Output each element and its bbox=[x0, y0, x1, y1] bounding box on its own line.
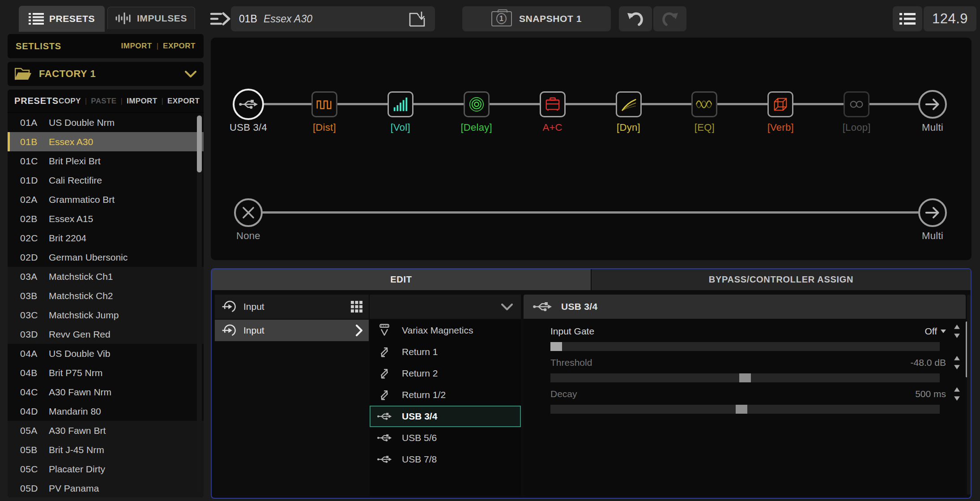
model-option-return-1[interactable]: Return 1 bbox=[370, 341, 521, 363]
model-option-usb-3-4[interactable]: USB 3/4 bbox=[370, 406, 521, 427]
setlist-selector[interactable]: FACTORY 1 bbox=[8, 62, 204, 86]
model-option-label: Variax Magnetics bbox=[402, 325, 473, 336]
arrow-right-icon bbox=[918, 198, 947, 227]
model-option-usb-7-8[interactable]: USB 7/8 bbox=[370, 449, 521, 470]
preset-row-05B[interactable]: 05BBrit J-45 Nrm bbox=[8, 440, 204, 459]
chain1-block-loop[interactable]: [Loop] bbox=[818, 87, 895, 133]
param-value[interactable]: 500 ms bbox=[915, 389, 946, 399]
preset-row-03C[interactable]: 03CMatchstick Jump bbox=[8, 305, 204, 325]
preset-name: Matchstick Ch1 bbox=[49, 271, 113, 282]
param-slider-track[interactable] bbox=[550, 342, 940, 351]
chain1-output-multi[interactable]: Multi bbox=[895, 87, 971, 133]
param-value[interactable]: Off bbox=[925, 326, 946, 337]
copy-button[interactable]: COPY bbox=[59, 97, 81, 106]
chain1-block-dist[interactable]: [Dist] bbox=[286, 87, 362, 133]
preset-name-field[interactable]: 01B Essex A30 bbox=[231, 6, 435, 31]
redo-button[interactable] bbox=[653, 6, 686, 31]
preset-row-03B[interactable]: 03BMatchstick Ch2 bbox=[8, 286, 204, 305]
export-button[interactable]: EXPORT bbox=[167, 97, 200, 106]
setlist-view-button[interactable] bbox=[893, 6, 922, 31]
preset-row-05C[interactable]: 05CPlacater Dirty bbox=[8, 459, 204, 479]
save-preset-icon[interactable] bbox=[409, 11, 427, 27]
snapshot-button[interactable]: 1 SNAPSHOT 1 bbox=[462, 6, 611, 31]
model-dropdown-header[interactable] bbox=[370, 295, 521, 319]
param-slider-handle[interactable] bbox=[736, 405, 747, 414]
presets-title: PRESETS bbox=[14, 96, 59, 106]
chain1-block-eq[interactable]: [EQ] bbox=[666, 87, 742, 133]
menu-arrow-icon[interactable] bbox=[209, 10, 232, 28]
chain1-block-verb[interactable]: [Verb] bbox=[742, 87, 818, 133]
model-option-usb-5-6[interactable]: USB 5/6 bbox=[370, 427, 521, 449]
edit-panel-tabs: EDIT BYPASS/CONTROLLER ASSIGN bbox=[212, 269, 971, 290]
preset-id: 04D bbox=[20, 406, 49, 417]
model-option-return-2[interactable]: Return 2 bbox=[370, 363, 521, 384]
stepper-arrows-icon[interactable] bbox=[954, 324, 960, 338]
preset-name: Mandarin 80 bbox=[49, 406, 101, 417]
preset-name: Matchstick Ch2 bbox=[49, 291, 113, 301]
block-list-header: Input bbox=[215, 295, 369, 319]
stepper-arrows-icon[interactable] bbox=[954, 355, 960, 370]
preset-row-04A[interactable]: 04AUS Double Vib bbox=[8, 344, 204, 363]
preset-row-01B[interactable]: 01BEssex A30 bbox=[8, 132, 204, 151]
chain2-input-none[interactable]: None bbox=[210, 196, 286, 242]
preset-row-02B[interactable]: 02BEssex A15 bbox=[8, 209, 204, 228]
parameters-scrollbar-track[interactable] bbox=[967, 295, 971, 495]
param-slider-handle[interactable] bbox=[739, 373, 751, 382]
chain2-output-multi[interactable]: Multi bbox=[895, 196, 971, 242]
preset-id: 03A bbox=[20, 271, 49, 282]
setlists-import-button[interactable]: IMPORT bbox=[121, 42, 152, 51]
param-value[interactable]: -48.0 dB bbox=[911, 357, 946, 368]
preset-id: 03B bbox=[20, 291, 49, 301]
undo-icon bbox=[626, 10, 644, 27]
preset-row-02D[interactable]: 02DGerman Ubersonic bbox=[8, 248, 204, 267]
divider: | bbox=[162, 97, 163, 106]
tab-edit[interactable]: EDIT bbox=[212, 269, 591, 290]
tab-bypass-controller-assign[interactable]: BYPASS/CONTROLLER ASSIGN bbox=[591, 269, 971, 290]
param-slider-handle[interactable] bbox=[550, 342, 562, 351]
tempo-display[interactable]: 124.9 bbox=[924, 6, 976, 31]
preset-row-01D[interactable]: 01DCali Rectifire bbox=[8, 171, 204, 190]
preset-row-04B[interactable]: 04BBrit P75 Nrm bbox=[8, 363, 204, 382]
preset-row-05A[interactable]: 05AA30 Fawn Brt bbox=[8, 421, 204, 440]
chain1-output-multi-label: Multi bbox=[895, 122, 971, 133]
preset-row-02A[interactable]: 02AGrammatico Brt bbox=[8, 190, 204, 209]
paste-button[interactable]: PASTE bbox=[91, 97, 116, 106]
preset-row-04C[interactable]: 04CA30 Fawn Nrm bbox=[8, 382, 204, 402]
chain1-input-usb-3-4[interactable]: USB 3/4 bbox=[210, 87, 286, 133]
usb-icon bbox=[377, 410, 392, 423]
chain1-block-dyn[interactable]: [Dyn] bbox=[591, 87, 667, 133]
chain1-block-ac[interactable]: A+C bbox=[515, 87, 591, 133]
preset-row-01C[interactable]: 01CBrit Plexi Brt bbox=[8, 151, 204, 171]
preset-id: 04C bbox=[20, 387, 49, 398]
preset-list-scrollbar-thumb[interactable] bbox=[197, 116, 202, 172]
import-button[interactable]: IMPORT bbox=[127, 97, 158, 106]
tab-impulses[interactable]: IMPULSES bbox=[107, 7, 195, 29]
preset-name: Revv Gen Red bbox=[49, 329, 111, 340]
block-list-item-input[interactable]: Input bbox=[215, 320, 369, 341]
stepper-arrows-icon[interactable] bbox=[954, 387, 960, 401]
param-row-decay: Decay500 ms bbox=[550, 389, 940, 415]
param-slider-track[interactable] bbox=[550, 373, 940, 382]
param-label: Decay bbox=[550, 389, 577, 399]
grid-view-icon[interactable] bbox=[351, 301, 362, 313]
preset-row-02C[interactable]: 02CBrit 2204 bbox=[8, 228, 204, 248]
camera-icon: 1 bbox=[491, 11, 512, 26]
preset-row-01A[interactable]: 01AUS Double Nrm bbox=[8, 113, 204, 132]
preset-row-03A[interactable]: 03AMatchstick Ch1 bbox=[8, 267, 204, 286]
preset-row-03D[interactable]: 03DRevv Gen Red bbox=[8, 325, 204, 344]
model-option-label: USB 3/4 bbox=[402, 411, 437, 422]
model-option-return-1-2[interactable]: Return 1/2 bbox=[370, 384, 521, 406]
preset-row-04D[interactable]: 04DMandarin 80 bbox=[8, 402, 204, 421]
param-row-input-gate: Input GateOff bbox=[550, 326, 940, 353]
chain1-block-vol[interactable]: [Vol] bbox=[362, 87, 439, 133]
preset-name: German Ubersonic bbox=[49, 252, 128, 263]
setlists-export-button[interactable]: EXPORT bbox=[163, 42, 196, 51]
model-option-variax-magnetics[interactable]: Variax Magnetics bbox=[370, 320, 521, 341]
preset-row-05D[interactable]: 05DPV Panama bbox=[8, 479, 204, 497]
param-slider-track[interactable] bbox=[550, 405, 940, 414]
undo-button[interactable] bbox=[619, 6, 652, 31]
chain1-block-delay[interactable]: [Delay] bbox=[439, 87, 515, 133]
presets-panel: PRESETS COPY | PASTE | IMPORT | EXPORT 0… bbox=[8, 90, 204, 497]
preset-id: 05D bbox=[20, 483, 49, 494]
tab-presets[interactable]: PRESETS bbox=[19, 6, 105, 32]
